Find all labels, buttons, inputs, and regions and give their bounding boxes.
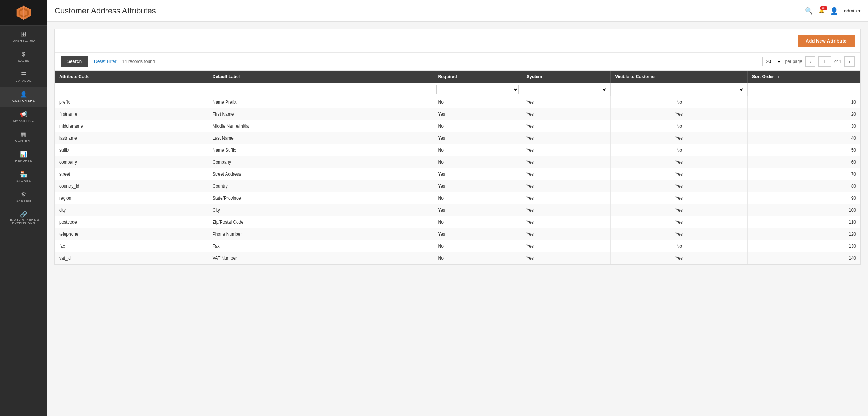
filter-code-input[interactable] bbox=[58, 85, 205, 94]
filter-system-select[interactable]: YesNo bbox=[525, 85, 607, 94]
customers-icon: 👤 bbox=[20, 92, 28, 97]
cell-visible: Yes bbox=[611, 108, 748, 120]
add-attribute-button[interactable]: Add New Attribute bbox=[798, 35, 855, 47]
cell-sort: 110 bbox=[748, 216, 860, 228]
cell-label[interactable]: Phone Number bbox=[208, 228, 433, 240]
sidebar-item-reports[interactable]: 📊 Reports bbox=[0, 147, 47, 167]
cell-code[interactable]: firstname bbox=[55, 108, 208, 120]
cell-required: No bbox=[433, 216, 522, 228]
cell-sort: 60 bbox=[748, 156, 860, 168]
topbar: Customer Address Attributes 🔍 🔔 39 👤 adm… bbox=[47, 0, 868, 22]
reset-filter-button[interactable]: Reset Filter bbox=[93, 56, 118, 67]
cell-system: Yes bbox=[522, 180, 611, 192]
cell-code: city bbox=[55, 204, 208, 216]
cell-visible: Yes bbox=[611, 180, 748, 192]
sidebar-item-customers-label: Customers bbox=[12, 99, 35, 103]
cell-system: Yes bbox=[522, 216, 611, 228]
cell-sort: 40 bbox=[748, 132, 860, 144]
admin-menu[interactable]: admin ▾ bbox=[844, 8, 861, 13]
cell-label[interactable]: Name Prefix bbox=[208, 96, 433, 108]
partners-icon: 🔗 bbox=[20, 211, 28, 218]
page-of: of 1 bbox=[834, 59, 841, 64]
cell-code[interactable]: country_id bbox=[55, 180, 208, 192]
per-page-select[interactable]: 20 50 100 200 bbox=[762, 57, 782, 66]
sidebar-item-marketing[interactable]: 📢 Marketing bbox=[0, 107, 47, 127]
prev-page-button[interactable]: ‹ bbox=[805, 56, 815, 67]
content-area: Add New Attribute Search Reset Filter 14… bbox=[47, 22, 868, 416]
cell-visible: No bbox=[611, 240, 748, 252]
per-page-label: per page bbox=[785, 59, 802, 64]
table-row: postcode Zip/Postal Code No Yes Yes 110 bbox=[55, 216, 860, 228]
cell-sort: 100 bbox=[748, 204, 860, 216]
page-input[interactable] bbox=[818, 56, 831, 67]
cell-code: fax bbox=[55, 240, 208, 252]
cell-code: suffix bbox=[55, 144, 208, 156]
cell-required: Yes bbox=[433, 204, 522, 216]
sidebar-item-content[interactable]: ▦ Content bbox=[0, 127, 47, 147]
sidebar-item-dashboard[interactable]: ⊞ Dashboard bbox=[0, 25, 47, 47]
page-title: Customer Address Attributes bbox=[54, 6, 156, 16]
cell-visible: Yes bbox=[611, 216, 748, 228]
table-row: fax Fax No Yes No 130 bbox=[55, 240, 860, 252]
cell-label: City bbox=[208, 204, 433, 216]
next-page-button[interactable]: › bbox=[844, 56, 855, 67]
filter-sort-input[interactable] bbox=[751, 85, 857, 94]
sidebar-item-reports-label: Reports bbox=[15, 159, 32, 163]
cell-label[interactable]: Name Suffix bbox=[208, 144, 433, 156]
sidebar-item-marketing-label: Marketing bbox=[13, 119, 34, 123]
notification-badge: 39 bbox=[820, 6, 827, 10]
cell-sort: 90 bbox=[748, 192, 860, 204]
sidebar-item-partners[interactable]: 🔗 Find Partners & Extensions bbox=[0, 207, 47, 229]
cell-label: VAT Number bbox=[208, 252, 433, 264]
table-row: prefix Name Prefix No Yes No 10 bbox=[55, 96, 860, 108]
cell-system: Yes bbox=[522, 132, 611, 144]
sidebar-item-content-label: Content bbox=[15, 139, 32, 143]
sidebar-item-system[interactable]: ⚙ System bbox=[0, 187, 47, 207]
cell-code[interactable]: middlename bbox=[55, 120, 208, 132]
attributes-table: Attribute Code Default Label Required Sy… bbox=[55, 71, 860, 264]
cell-required: Yes bbox=[433, 132, 522, 144]
cell-code: region bbox=[55, 192, 208, 204]
filter-required-select[interactable]: YesNo bbox=[436, 85, 519, 94]
sort-icon: ▼ bbox=[776, 75, 780, 79]
search-button[interactable]: Search bbox=[61, 56, 88, 67]
cell-visible: Yes bbox=[611, 204, 748, 216]
table-row: region State/Province No Yes Yes 90 bbox=[55, 192, 860, 204]
cell-sort: 20 bbox=[748, 108, 860, 120]
th-required: Required bbox=[433, 71, 522, 83]
cell-code: postcode bbox=[55, 216, 208, 228]
search-icon[interactable]: 🔍 bbox=[805, 7, 813, 15]
th-default-label: Default Label bbox=[208, 71, 433, 83]
cell-label[interactable]: Country bbox=[208, 180, 433, 192]
cell-label[interactable]: Middle Name/Initial bbox=[208, 120, 433, 132]
sidebar-item-dashboard-label: Dashboard bbox=[12, 39, 35, 43]
sidebar-item-sales[interactable]: $ Sales bbox=[0, 47, 47, 67]
cell-label[interactable]: First Name bbox=[208, 108, 433, 120]
table-row: middlename Middle Name/Initial No Yes No… bbox=[55, 120, 860, 132]
cell-code[interactable]: telephone bbox=[55, 228, 208, 240]
sidebar-item-catalog[interactable]: ☰ Catalog bbox=[0, 67, 47, 87]
cell-sort: 130 bbox=[748, 240, 860, 252]
filter-visible-select[interactable]: YesNo bbox=[614, 85, 744, 94]
marketing-icon: 📢 bbox=[20, 112, 28, 117]
main-card: Add New Attribute Search Reset Filter 14… bbox=[54, 29, 861, 265]
cell-sort: 70 bbox=[748, 168, 860, 180]
dashboard-icon: ⊞ bbox=[20, 30, 27, 37]
cell-visible: No bbox=[611, 120, 748, 132]
cell-system: Yes bbox=[522, 156, 611, 168]
cell-code: lastname bbox=[55, 132, 208, 144]
cell-required: No bbox=[433, 240, 522, 252]
table-row: telephone Phone Number Yes Yes Yes 120 bbox=[55, 228, 860, 240]
filter-label-input[interactable] bbox=[211, 85, 431, 94]
cell-label[interactable]: Last Name bbox=[208, 132, 433, 144]
cell-label: Fax bbox=[208, 240, 433, 252]
sidebar-item-customers[interactable]: 👤 Customers bbox=[0, 87, 47, 107]
th-attribute-code: Attribute Code bbox=[55, 71, 208, 83]
notification-bell[interactable]: 🔔 39 bbox=[819, 8, 824, 13]
cell-code[interactable]: prefix bbox=[55, 96, 208, 108]
cell-visible: Yes bbox=[611, 228, 748, 240]
cell-required: Yes bbox=[433, 228, 522, 240]
table-row: suffix Name Suffix No Yes No 50 bbox=[55, 144, 860, 156]
cell-code: street bbox=[55, 168, 208, 180]
sidebar-item-stores[interactable]: 🏪 Stores bbox=[0, 167, 47, 187]
